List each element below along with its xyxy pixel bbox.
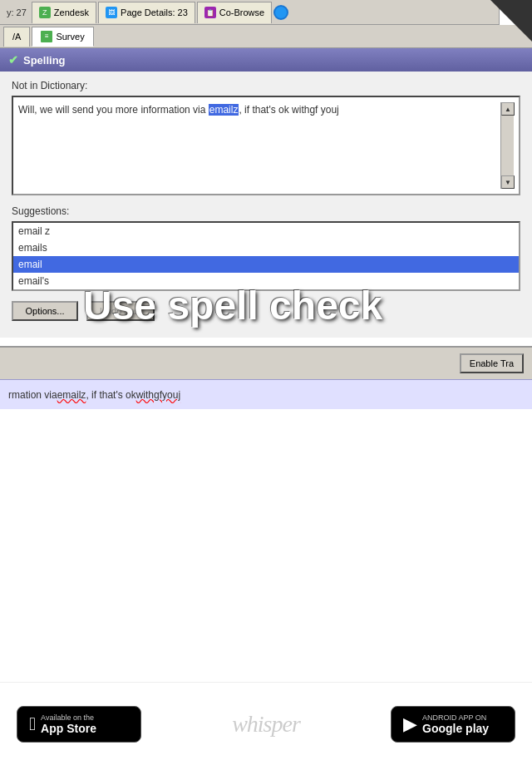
suggestions-label: Suggestions: [12,205,520,217]
options-button[interactable]: Options... [12,301,78,321]
spell-text-area: Will, we will send you more information … [12,96,520,195]
bottom-text-withgf: withgf [136,389,162,401]
scroll-down-btn[interactable]: ▼ [501,175,515,189]
app-store-small-label: Available on the [41,713,96,722]
tab-page-details[interactable]: 🖼 Page Details: 23 [98,2,195,23]
zendesk-icon: Z [39,7,51,18]
google-play-small-label: ANDROID APP ON [422,713,489,722]
tab-na-label: /A [12,32,21,42]
bottom-text-before: rmation via [8,389,57,401]
browser-tab-bar: y: 27 Z Zendesk 🖼 Page Details: 23 📋 Co-… [0,0,532,25]
tab-zendesk-label: Zendesk [54,7,89,17]
whisper-logo: whisper [232,711,300,738]
suggestion-email-z[interactable]: email z [13,223,519,239]
cobrowse-icon: 📋 [204,7,216,18]
text-after: , if that's ok withgf youj [239,104,338,116]
scroll-up-btn[interactable]: ▲ [501,102,515,116]
google-play-icon: ▶ [403,713,417,735]
spelling-header: ✔ Spelling [0,48,532,72]
tab-na[interactable]: /A [3,27,30,47]
google-play-button[interactable]: ▶ ANDROID APP ON Google play [391,706,515,743]
tab-cobrowse-label: Co-Browse [219,7,264,17]
text-before: Will, we will send you more information … [18,104,209,116]
bottom-toolbar: Enable Tra [0,346,532,379]
page-details-icon: 🖼 [106,7,117,18]
survey-icon: ≡ [41,31,52,42]
spelling-title: Spelling [23,54,66,67]
bottom-text-bar: rmation via emailz, if that's ok withgf … [0,379,532,409]
suggestion-email[interactable]: email [13,256,519,273]
google-play-big-label: Google play [422,722,489,735]
spelling-check-icon: ✔ [8,53,18,67]
tab-row-2: /A ≡ Survey [0,25,532,48]
text-area-scrollbar[interactable]: ▲ ▼ [500,102,514,189]
undo-last-button[interactable]: Undo Last [86,301,155,321]
highlighted-word: emailz [209,104,239,116]
tab-zendesk[interactable]: Z Zendesk [32,2,96,23]
suggestion-emails[interactable]: emails [13,239,519,256]
footer:  Available on the App Store whisper ▶ A… [0,682,532,765]
bottom-text-after: , if that's ok [86,389,135,401]
apple-icon:  [29,713,36,735]
google-play-text: ANDROID APP ON Google play [422,713,489,735]
spelling-body: Not in Dictionary: Will, we will send yo… [0,72,532,338]
bottom-text-youj: youj [162,389,180,401]
tab-survey[interactable]: ≡ Survey [32,27,93,47]
spell-text-content: Will, we will send you more information … [18,102,500,189]
app-store-button[interactable]:  Available on the App Store [17,706,141,743]
spell-buttons-row: Options... Undo Last [12,301,520,329]
globe-icon[interactable] [273,5,288,20]
tab-cobrowse[interactable]: 📋 Co-Browse [197,2,272,23]
not-in-dictionary-label: Not in Dictionary: [12,80,520,91]
app-store-text: Available on the App Store [41,713,96,735]
enable-tracking-button[interactable]: Enable Tra [460,353,524,373]
scroll-track [501,116,514,175]
suggestions-list: email z emails email email's [12,221,520,291]
tab-survey-label: Survey [56,32,84,42]
bottom-text-emailz: emailz [57,389,86,401]
corner-triangle [490,0,532,42]
suggestion-emails-apostrophe[interactable]: email's [13,273,519,289]
tab-count: y: 27 [3,6,30,19]
suggestions-section: Suggestions: email z emails email email'… [12,205,520,291]
app-store-big-label: App Store [41,722,96,735]
tab-page-details-label: Page Details: 23 [121,7,188,17]
